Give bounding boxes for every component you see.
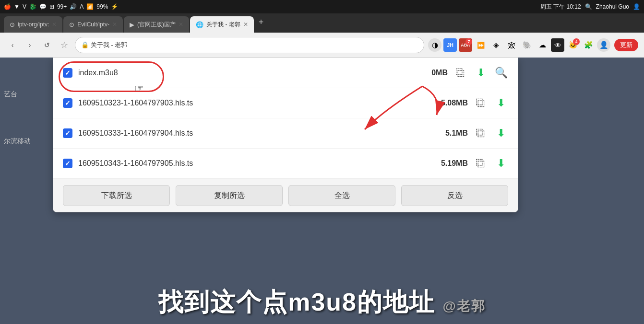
tab-3-label: (官网正版)国产: [137, 21, 176, 29]
tab-1-icon: ⊙: [10, 21, 15, 28]
battery-percent: 99%: [96, 3, 108, 10]
search-icon-1[interactable]: 🔍: [494, 66, 508, 80]
address-bar[interactable]: 🔒 关于我 - 老郭: [75, 37, 424, 53]
update-button[interactable]: 更新: [614, 39, 638, 51]
status-icon-a: A: [80, 3, 83, 10]
file-size-1: 0MB: [409, 69, 448, 77]
ext-icon-jh[interactable]: JH: [443, 38, 457, 52]
checkbox-4[interactable]: ✓: [63, 159, 72, 168]
toolbar: ‹ › ↺ ☆ 🔒 关于我 - 老郭 ◑ JH ABR 7 ⏩ ◈ 🕸 🐘 ☁ …: [0, 33, 644, 58]
download-item-3: ✓ 1609510333-1-1604797904.hls.ts 5.1MB ⿻…: [53, 118, 518, 149]
tab-1-label: iptv-org/iptv:: [18, 21, 49, 28]
copy-icon-1[interactable]: ⿻: [453, 66, 468, 80]
forward-button[interactable]: ›: [23, 38, 36, 52]
ext-icon-orb[interactable]: ◑: [428, 38, 441, 52]
status-avatar: 👤: [633, 3, 640, 10]
checkmark-3: ✓: [65, 129, 71, 137]
ext-icon-cloud[interactable]: ☁: [536, 38, 549, 52]
download-icon-4[interactable]: ⬇: [494, 156, 508, 171]
file-name-1: index.m3u8: [78, 69, 404, 77]
sidebar: 艺台 尔滨移动: [0, 86, 53, 150]
apple-menu-icon: 🍎: [4, 3, 11, 10]
status-bar-right: 周五 下午 10:12 🔍 Zhaohui Guo 👤: [540, 3, 640, 11]
checkbox-1[interactable]: ✓: [63, 68, 72, 78]
ext-abr-badge: 7: [465, 38, 472, 45]
sidebar-item-1: 艺台: [4, 90, 49, 99]
status-time: 周五 下午 10:12: [540, 3, 581, 11]
new-tab-button[interactable]: +: [255, 17, 268, 27]
copy-icon-4[interactable]: ⿻: [474, 156, 488, 171]
sidebar-item-2: 尔滨移动: [4, 137, 49, 146]
download-icon-1[interactable]: ⬇: [474, 66, 488, 80]
copy-icon-2[interactable]: ⿻: [474, 96, 488, 110]
ext-icon-abr[interactable]: ABR 7: [459, 38, 472, 52]
ext-icon-cat[interactable]: 🐱 4: [566, 38, 580, 52]
status-icon-wifi: 📶: [86, 3, 94, 10]
status-icon-dragon: 🐉: [29, 3, 36, 10]
reload-button[interactable]: ↺: [40, 38, 54, 52]
copy-selected-button[interactable]: 复制所选: [176, 185, 283, 206]
status-user: Zhaohui Guo: [596, 3, 629, 10]
extension-icons: ◑ JH ABR 7 ⏩ ◈ 🕸 🐘 ☁ 👁 🐱 4 🧩 👤: [428, 38, 610, 52]
status-icon-1: ▼: [14, 3, 20, 10]
tab-3[interactable]: ▶ (官网正版)国产 ✕: [124, 16, 189, 33]
status-icon-2: V: [23, 3, 26, 10]
ext-icon-diamond[interactable]: ◈: [489, 38, 503, 52]
checkbox-3[interactable]: ✓: [63, 128, 72, 138]
subtitle-attribution: @老郭: [442, 299, 485, 313]
file-size-2: 5.08MB: [429, 99, 468, 107]
checkmark-2: ✓: [65, 99, 71, 107]
tab-2-label: EvilCult/iptv-: [77, 21, 109, 28]
tab-bar: ⊙ iptv-org/iptv: ✕ ⊙ EvilCult/iptv- ✕ ▶ …: [0, 13, 644, 33]
tab-2-icon: ⊙: [69, 21, 74, 28]
checkmark-4: ✓: [65, 160, 71, 167]
copy-icon-3[interactable]: ⿻: [474, 126, 488, 140]
checkbox-2[interactable]: ✓: [63, 98, 72, 108]
tab-1[interactable]: ⊙ iptv-org/iptv: ✕: [4, 16, 62, 33]
ext-cat-badge: 4: [573, 38, 580, 45]
tab-4-close[interactable]: ✕: [243, 21, 248, 28]
ext-icon-elephant[interactable]: 🐘: [520, 38, 534, 52]
tab-4[interactable]: 🌐 关于我 - 老郭 ✕: [190, 16, 254, 33]
ext-icon-flow[interactable]: ⏩: [474, 38, 488, 52]
tab-2-close[interactable]: ✕: [112, 21, 117, 28]
download-item-4: ✓ 1609510343-1-1604797905.hls.ts 5.19MB …: [53, 149, 518, 179]
status-bar-left: 🍎 ▼ V 🐉 💬 ⊞ 99+ 🔊 A 📶 99% ⚡: [4, 3, 118, 10]
tab-2[interactable]: ⊙ EvilCult/iptv- ✕: [63, 16, 123, 33]
status-icon-chat: 💬: [39, 3, 47, 10]
download-item-1: ✓ index.m3u8 0MB ⿻ ⬇ 🔍: [53, 58, 518, 88]
download-item-2: ✓ 1609510323-1-1604797903.hls.ts 5.08MB …: [53, 88, 518, 118]
tab-3-close[interactable]: ✕: [179, 21, 183, 28]
status-icon-sound: 🔊: [70, 3, 77, 10]
tab-3-icon: ▶: [130, 21, 134, 28]
ext-icon-puzzle[interactable]: 🧩: [582, 38, 595, 52]
tab-4-icon: 🌐: [196, 21, 203, 28]
download-action-buttons: 下载所选 复制所选 全选 反选: [53, 179, 518, 212]
checkmark-1: ✓: [65, 69, 71, 77]
status-icon-grid: ⊞: [49, 3, 54, 10]
back-button[interactable]: ‹: [6, 38, 19, 52]
status-badge-99: 99+: [57, 3, 67, 10]
file-name-2: 1609510323-1-1604797903.hls.ts: [78, 99, 424, 107]
download-icon-3[interactable]: ⬇: [494, 126, 508, 140]
battery-icon: ⚡: [111, 3, 118, 10]
tab-1-close[interactable]: ✕: [52, 21, 57, 28]
status-search-icon: 🔍: [585, 3, 592, 10]
file-size-4: 5.19MB: [429, 159, 468, 168]
download-icon-2[interactable]: ⬇: [494, 96, 508, 110]
invert-selection-button[interactable]: 反选: [401, 185, 508, 206]
subtitle: 找到这个点m3u8的地址 @老郭: [0, 286, 644, 319]
select-all-button[interactable]: 全选: [288, 185, 395, 206]
tab-4-label: 关于我 - 老郭: [206, 21, 240, 29]
download-selected-button[interactable]: 下载所选: [63, 185, 170, 206]
subtitle-main: 找到这个点m3u8的地址: [158, 288, 435, 316]
ext-icon-avatar[interactable]: 👤: [597, 38, 610, 52]
download-panel: ✓ index.m3u8 0MB ⿻ ⬇ 🔍 ✓ 1609510323-1-16…: [53, 58, 518, 212]
file-size-3: 5.1MB: [429, 129, 468, 138]
ext-icon-network[interactable]: 🕸: [505, 38, 518, 52]
bookmark-button[interactable]: ☆: [58, 38, 71, 52]
address-text: 🔒 关于我 - 老郭: [81, 41, 127, 49]
file-name-4: 1609510343-1-1604797905.hls.ts: [78, 159, 424, 168]
ext-icon-eye[interactable]: 👁: [551, 38, 564, 52]
status-bar: 🍎 ▼ V 🐉 💬 ⊞ 99+ 🔊 A 📶 99% ⚡ 周五 下午 10:12 …: [0, 0, 644, 13]
